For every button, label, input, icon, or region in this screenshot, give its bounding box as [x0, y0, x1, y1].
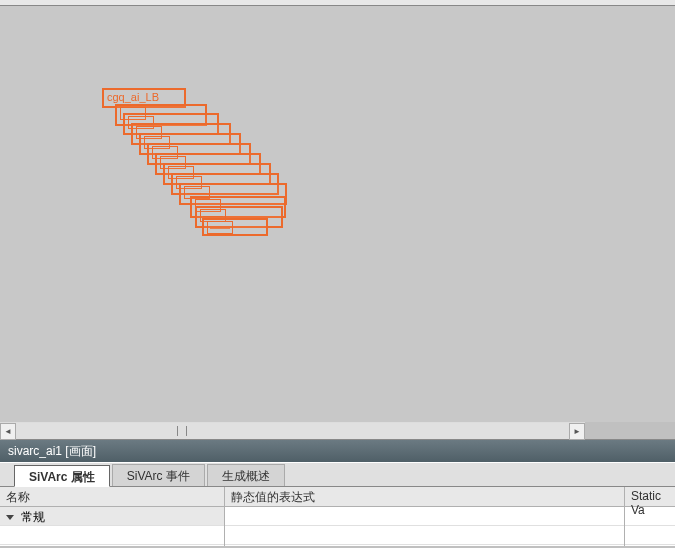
table-row[interactable]	[225, 526, 624, 545]
table-row[interactable]	[0, 526, 224, 545]
chevron-down-icon	[6, 515, 14, 520]
table-row[interactable]	[225, 507, 624, 526]
canvas[interactable]: cgq_ai_LB————————————————————————	[0, 6, 675, 422]
canvas-grid	[10, 24, 665, 404]
group-general[interactable]: 常规	[0, 507, 224, 526]
scroll-track[interactable]	[16, 423, 569, 439]
panel-title: sivarc_ai1 [画面]	[8, 444, 96, 458]
h-scrollbar[interactable]: ◄ ►	[0, 422, 585, 439]
col-header-expression[interactable]: 静态值的表达式	[225, 487, 624, 507]
col-header-name[interactable]: 名称	[0, 487, 224, 507]
property-grid: 名称 常规 静态值的表达式 Static Va	[0, 486, 675, 546]
tab-sivarc-properties[interactable]: SiVArc 属性	[14, 465, 110, 487]
table-row[interactable]	[625, 526, 675, 545]
col-header-static[interactable]: Static Va	[625, 487, 675, 507]
scroll-thumb[interactable]	[16, 424, 348, 438]
group-label: 常规	[21, 510, 45, 524]
object-inner-label: ——	[207, 221, 233, 234]
tab-strip: SiVArc 属性 SiVArc 事件 生成概述	[0, 462, 675, 486]
tab-generate-overview[interactable]: 生成概述	[207, 464, 285, 486]
scroll-left-arrow[interactable]: ◄	[0, 423, 16, 440]
placed-object[interactable]: ——	[202, 218, 268, 236]
scroll-right-arrow[interactable]: ►	[569, 423, 585, 440]
panel-title-bar: sivarc_ai1 [画面]	[0, 439, 675, 462]
tab-sivarc-events[interactable]: SiVArc 事件	[112, 464, 205, 486]
